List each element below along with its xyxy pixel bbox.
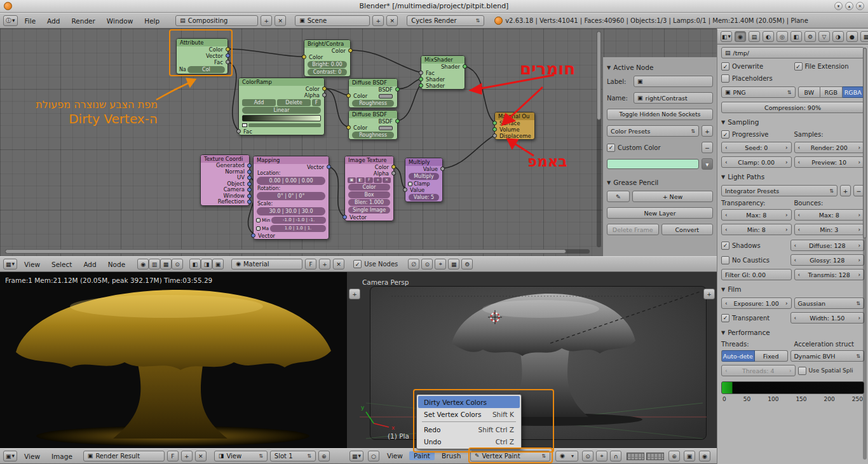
menu-item-set-vertex-colors[interactable]: Set Vertex ColorsShift K: [418, 408, 520, 420]
menu-node[interactable]: Node: [104, 260, 130, 269]
node-title[interactable]: Attribute: [177, 39, 227, 46]
tab-world[interactable]: ◎: [776, 31, 788, 42]
shader-tree-button[interactable]: ◉: [137, 259, 149, 270]
integrator-presets-dropdown[interactable]: Integrator Presets⇅: [721, 185, 837, 196]
window-maximize-button[interactable]: ▴: [845, 2, 853, 10]
transmission-bounces-field[interactable]: ‹Transmis: 128›: [794, 269, 865, 280]
snap-button[interactable]: ∩: [610, 451, 621, 461]
socket-shader2-in[interactable]: [419, 83, 423, 88]
render-animation-button[interactable]: ◉: [699, 451, 710, 461]
socket-generated-out[interactable]: [247, 163, 252, 168]
socket-displacement-in[interactable]: [492, 133, 497, 138]
add-preset-button[interactable]: +: [702, 125, 713, 137]
threads-auto-detect-button[interactable]: Auto-dete: [721, 350, 755, 362]
no-caustics-checkbox[interactable]: [721, 256, 729, 264]
socket-object-out[interactable]: [247, 182, 252, 186]
socket-normal-out[interactable]: [247, 170, 252, 174]
socket-bsdf-out[interactable]: [395, 119, 400, 123]
node-bright-contrast[interactable]: Bright/Contra Color Color Bright: 0.00 C…: [304, 39, 351, 77]
blend-slider[interactable]: Blen: 1.000: [348, 199, 390, 206]
world-filter-button[interactable]: ◨: [201, 259, 212, 270]
node-image-texture[interactable]: Image Texture Color Alpha ▣ ◧ F + ✕ Colo…: [344, 156, 394, 221]
bounces-max-field[interactable]: ‹Max: 8›: [794, 209, 865, 221]
max-vector-field[interactable]: 1.0 | 1.0 | 1.: [270, 225, 326, 232]
transparency-max-field[interactable]: ‹Max: 8›: [721, 209, 792, 221]
progressive-checkbox[interactable]: ✓: [721, 130, 729, 139]
glossy-bounces-field[interactable]: ‹Glossy: 128›: [790, 254, 865, 266]
color-swatch[interactable]: [379, 126, 393, 130]
layers-widget[interactable]: [627, 453, 644, 460]
node-mix-shader[interactable]: MixShader Shader Fac Shader Shader: [421, 55, 465, 90]
delete-scene-button[interactable]: ✕: [386, 15, 398, 26]
tab-material[interactable]: ●: [846, 31, 858, 42]
image-editor-canvas[interactable]: Frame:1 Mem:21.12M (20.05M, peak 392.17M…: [0, 272, 347, 448]
threads-count-field[interactable]: ‹Threads: 4›: [721, 365, 796, 376]
socket-vector-in[interactable]: [342, 215, 347, 219]
clamp-checkbox[interactable]: [408, 182, 412, 186]
render-samples-field[interactable]: ‹Render: 200›: [794, 142, 865, 153]
attribute-name-field[interactable]: Col: [187, 66, 225, 73]
menu-file[interactable]: File: [20, 17, 41, 25]
region-expand-left-button[interactable]: +: [349, 289, 360, 299]
editor-type-button[interactable]: ▣▾: [3, 451, 17, 461]
filter-width-slider[interactable]: ‹Width: 1.50›: [790, 312, 865, 324]
flip-button[interactable]: F: [312, 99, 321, 106]
value2-slider[interactable]: Value: 5: [409, 194, 439, 201]
editor-type-button[interactable]: ◧▾: [721, 31, 732, 42]
socket-fac-out[interactable]: [226, 60, 230, 64]
panel-header-film[interactable]: ▼Film: [721, 285, 864, 293]
socket-value1-in[interactable]: [403, 188, 407, 192]
stop-swatch[interactable]: [242, 123, 247, 127]
socket-color-in[interactable]: [302, 55, 306, 59]
node-title[interactable]: ColorRamp: [239, 78, 324, 86]
spatial-splits-checkbox[interactable]: [798, 367, 806, 375]
tab-constraints[interactable]: ⚙: [804, 31, 816, 42]
contrast-slider[interactable]: Contrast: 0: [308, 69, 347, 76]
node-title[interactable]: Multiply: [405, 158, 442, 166]
line-style-button[interactable]: ▣: [212, 259, 224, 270]
menu-view[interactable]: View: [20, 452, 44, 461]
node-title[interactable]: Diffuse BSDF: [349, 111, 397, 118]
add-screen-layout-button[interactable]: +: [261, 15, 272, 26]
source-dropdown[interactable]: Single Image: [348, 207, 390, 214]
bvh-type-dropdown[interactable]: Dynamic BVH⇅: [790, 350, 865, 362]
preview-samples-field[interactable]: ‹Preview: 10›: [794, 156, 865, 168]
roughness-slider[interactable]: Roughness: [352, 132, 394, 139]
layers-widget-2[interactable]: [646, 453, 664, 460]
region-expand-right-button[interactable]: +: [703, 289, 715, 299]
placeholders-checkbox[interactable]: [721, 74, 729, 83]
info-editor-type-button[interactable]: ⓘ▾: [3, 15, 18, 26]
stop-position-field[interactable]: [248, 123, 321, 127]
node-title[interactable]: MixShader: [421, 56, 465, 64]
socket-bsdf-out[interactable]: [395, 87, 400, 92]
delete-frame-button[interactable]: Delete Frame: [607, 224, 659, 235]
socket-uv-out[interactable]: [247, 175, 252, 180]
compositing-tree-button[interactable]: ▥: [149, 259, 160, 270]
new-material-button[interactable]: +: [319, 259, 330, 270]
menu-view[interactable]: View: [20, 260, 44, 269]
add-stop-button[interactable]: Add: [242, 99, 276, 106]
socket-value-out[interactable]: [440, 167, 445, 171]
new-image-button[interactable]: +: [374, 177, 382, 183]
editor-type-button[interactable]: ▦▾: [3, 259, 17, 270]
max-checkbox[interactable]: [256, 226, 261, 231]
node-diffuse-bsdf-2[interactable]: Diffuse BSDF BSDF Color Roughness: [348, 110, 398, 140]
shadows-checkbox[interactable]: ✓: [721, 242, 729, 250]
image-browse-button[interactable]: ▣: [348, 177, 356, 183]
viewport-3d[interactable]: x y Camera Persp (1) Pla + +: [347, 272, 717, 448]
snap-disabled-button[interactable]: ∅: [408, 259, 419, 270]
window-close-button[interactable]: ✕: [856, 2, 864, 10]
snap-target-button[interactable]: ⊙: [421, 259, 433, 270]
add-scene-button[interactable]: +: [372, 15, 384, 26]
render-opengl-button[interactable]: ▣: [684, 451, 695, 461]
socket-vector-in[interactable]: [251, 233, 255, 238]
socket-fac-in[interactable]: [419, 71, 423, 75]
color-presets-dropdown[interactable]: Color Presets⇅: [607, 125, 699, 137]
convert-button[interactable]: Convert: [661, 224, 714, 235]
render-slot-dropdown[interactable]: Slot 1⇅: [270, 451, 316, 461]
rotation-vector-field[interactable]: 0° | 0° | 0°: [257, 192, 325, 200]
toggle-hidden-sockets-button[interactable]: Toggle Hidden Node Sockets: [607, 109, 713, 120]
material-datablock[interactable]: ◉Material: [231, 259, 302, 270]
ramp-stop-row[interactable]: [242, 123, 321, 128]
node-label-field[interactable]: ▣: [634, 76, 713, 87]
